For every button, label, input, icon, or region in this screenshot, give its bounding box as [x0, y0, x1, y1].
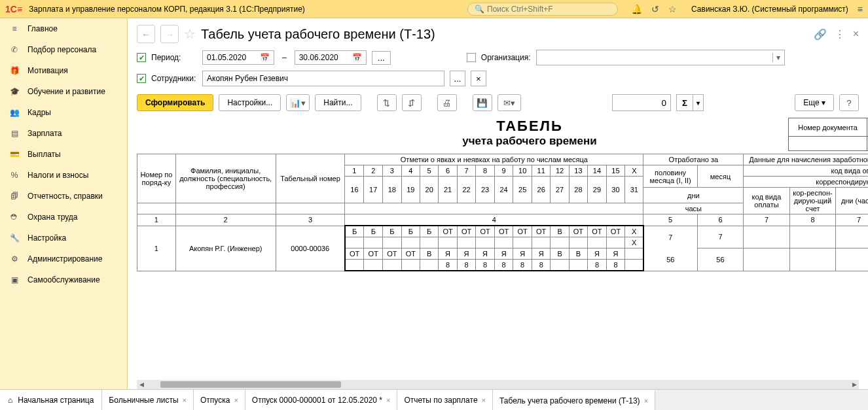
- tab-vacation-doc[interactable]: Отпуск 0000-000001 от 12.05.2020 *×: [245, 390, 398, 410]
- sidebar-item-settings[interactable]: 🔧Настройка: [0, 228, 127, 248]
- expand-button[interactable]: ⇅: [377, 94, 397, 111]
- sidebar-label: Выплаты: [27, 150, 61, 159]
- user-name[interactable]: Савинская З.Ю. (Системный программист): [691, 5, 848, 14]
- sidebar-item-reports[interactable]: 🗐Отчетность, справки: [0, 186, 127, 207]
- save-button[interactable]: 💾: [473, 94, 492, 111]
- history-icon[interactable]: ↺: [651, 4, 659, 14]
- sidebar-item-admin[interactable]: ⚙Администрирование: [0, 248, 127, 269]
- sidebar-label: Отчетность, справки: [27, 192, 103, 201]
- hdr-day: 5: [420, 165, 439, 177]
- hdr-day: 26: [532, 177, 551, 203]
- hdr-day: 23: [476, 177, 495, 203]
- settings-button[interactable]: Настройки...: [219, 94, 281, 111]
- org-checkbox[interactable]: [467, 53, 476, 62]
- tab-salary-reports[interactable]: Отчеты по зарплате×: [397, 390, 493, 410]
- sidebar-item-salary[interactable]: ▤Зарплата: [0, 123, 127, 144]
- sidebar-item-payments[interactable]: 💳Выплаты: [0, 144, 127, 165]
- org-input[interactable]: [537, 53, 772, 63]
- sidebar-item-safety[interactable]: ⛑Охрана труда: [0, 207, 127, 228]
- hdr-payroll: Данные для начисления заработной плат и …: [744, 154, 868, 165]
- sidebar-item-taxes[interactable]: %Налоги и взносы: [0, 165, 127, 186]
- chevron-down-icon[interactable]: ▾: [772, 53, 784, 62]
- star-icon[interactable]: ☆: [668, 4, 677, 14]
- report-area[interactable]: ТАБЕЛЬ учета рабочего времени Номер доку…: [128, 118, 868, 380]
- report-variant-button[interactable]: 📊▾: [286, 94, 310, 111]
- tab-vacations[interactable]: Отпуска×: [194, 390, 245, 410]
- cell: 8: [513, 260, 532, 271]
- tab-timesheet[interactable]: Табель учета рабочего времени (Т-13)×: [493, 390, 655, 410]
- month-days: 7: [697, 226, 744, 248]
- sidebar-item-motivation[interactable]: 🎁Мотивация: [0, 60, 127, 81]
- emp-checkbox[interactable]: ✔: [137, 74, 146, 83]
- gear-icon: ⚙: [9, 254, 20, 264]
- org-label: Организация:: [481, 53, 531, 62]
- search-input[interactable]: [487, 5, 611, 14]
- emp-select-button[interactable]: ...: [450, 71, 465, 86]
- people-icon: 👥: [9, 107, 20, 118]
- sidebar-item-self[interactable]: ▣Самообслуживание: [0, 269, 127, 290]
- favorite-button[interactable]: ☆: [184, 26, 196, 42]
- menu-icon[interactable]: ≡: [858, 4, 863, 14]
- print-button[interactable]: 🖨: [437, 94, 457, 111]
- horizontal-scrollbar[interactable]: ◀ ▶: [137, 380, 859, 389]
- cell: Я: [532, 248, 551, 260]
- close-icon[interactable]: ×: [853, 28, 859, 41]
- cell: Я: [606, 248, 625, 260]
- close-icon[interactable]: ×: [386, 396, 390, 404]
- cell: ОТ: [494, 226, 513, 237]
- help-button[interactable]: ?: [839, 94, 859, 111]
- sum-input[interactable]: [612, 94, 671, 111]
- period-checkbox[interactable]: ✔: [137, 53, 146, 62]
- emp-clear-button[interactable]: ×: [471, 71, 486, 86]
- cell: 8: [588, 260, 607, 271]
- close-icon[interactable]: ×: [234, 396, 238, 404]
- sidebar-item-training[interactable]: 🎓Обучение и развитие: [0, 81, 127, 102]
- find-button[interactable]: Найти...: [315, 94, 361, 111]
- org-field[interactable]: ▾: [536, 50, 785, 65]
- bell-icon[interactable]: 🔔: [631, 4, 642, 14]
- sidebar-item-hr[interactable]: 👥Кадры: [0, 102, 127, 123]
- home-tab[interactable]: ⌂ Начальная страница: [0, 390, 102, 410]
- hdr-day: 1: [345, 165, 364, 177]
- cell: ОТ: [588, 226, 607, 237]
- sigma-drop-button[interactable]: ▾: [693, 94, 704, 111]
- cell: [551, 260, 569, 271]
- tab-sick[interactable]: Больничные листы×: [102, 390, 194, 410]
- hdr-month: месяц: [697, 165, 744, 188]
- collapse-button[interactable]: ⇵: [402, 94, 422, 111]
- close-icon[interactable]: ×: [183, 396, 187, 404]
- scroll-left-icon[interactable]: ◀: [137, 380, 146, 389]
- scroll-right-icon[interactable]: ▶: [850, 380, 859, 389]
- report-title-2: учета рабочего времени: [399, 135, 660, 148]
- title-bar: ← → ☆ Табель учета рабочего времени (Т-1…: [128, 18, 868, 50]
- calendar-icon[interactable]: 📅: [352, 53, 362, 62]
- link-icon[interactable]: 🔗: [814, 28, 827, 41]
- calendar-icon[interactable]: 📅: [260, 53, 270, 62]
- date-to-input[interactable]: 30.06.2020📅: [295, 50, 367, 65]
- scroll-thumb[interactable]: [160, 381, 341, 388]
- cell: Я: [513, 248, 532, 260]
- nav-back-button[interactable]: ←: [137, 25, 155, 43]
- cell: [625, 260, 643, 271]
- hdr-day: 28: [569, 177, 588, 203]
- sidebar-item-main[interactable]: ≡Главное: [0, 18, 127, 39]
- date-from-input[interactable]: 01.05.2020📅: [202, 50, 274, 65]
- sidebar-item-recruit[interactable]: ✆Подбор персонала: [0, 39, 127, 60]
- emp-field[interactable]: Акопян Рубен Гезевич: [202, 71, 444, 86]
- email-button[interactable]: ✉▾: [497, 94, 521, 111]
- cell: [420, 260, 439, 271]
- form-button[interactable]: Сформировать: [137, 94, 213, 111]
- period-select-button[interactable]: ...: [372, 51, 391, 65]
- more-icon[interactable]: ⋮: [835, 28, 845, 41]
- global-search[interactable]: 🔍: [467, 3, 618, 16]
- cell: ОТ: [364, 248, 383, 260]
- hdr-corracc: кор-респон-дирую-щий счет: [789, 188, 836, 214]
- sidebar-label: Мотивация: [27, 66, 68, 75]
- cell: В: [551, 248, 569, 260]
- close-icon[interactable]: ×: [482, 396, 486, 404]
- more-button[interactable]: Еще ▾: [795, 94, 834, 111]
- sigma-button[interactable]: Σ: [676, 94, 693, 111]
- tab-label: Отчеты по зарплате: [404, 396, 477, 405]
- nav-forward-button[interactable]: →: [160, 25, 179, 43]
- close-icon[interactable]: ×: [644, 397, 648, 405]
